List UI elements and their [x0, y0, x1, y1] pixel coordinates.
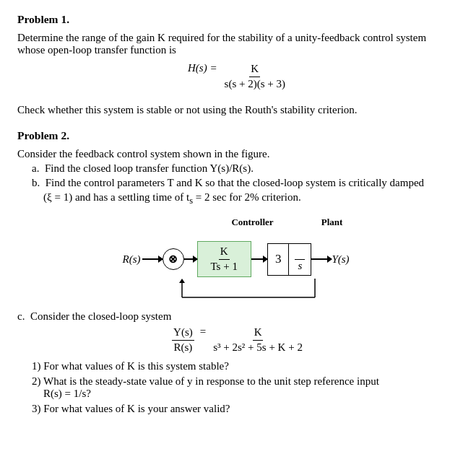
problem1-line2: whose open-loop transfer function is [17, 44, 459, 56]
problem2-partb: b. Find the control parameters T and K s… [32, 177, 459, 189]
question2-rs: R(s) = 1/s? [43, 388, 459, 400]
problem2-title: Problem 2. [17, 129, 459, 142]
partc-intro: Consider the closed-loop system [30, 310, 171, 322]
hs-denominator: s(s + 2)(s + 3) [223, 77, 287, 92]
diagram-section: Controller Plant R(s) ⊗ [17, 217, 459, 300]
ctrl-fraction: K Ts + 1 [209, 245, 239, 274]
rs-label: R(s) [123, 253, 141, 266]
problem1-formula: H(s) = K s(s + 2)(s + 3) [17, 62, 459, 91]
problem2-parta: a. Find the closed loop transfer functio… [32, 162, 459, 175]
controller-header: Controller [220, 217, 285, 228]
block-diagram: R(s) ⊗ K Ts + 1 [17, 241, 459, 300]
ctrl-numerator: K [219, 245, 230, 260]
ys-num: Y(s) [172, 326, 194, 341]
hs-numerator: K [249, 62, 260, 77]
svg-marker-3 [179, 279, 185, 283]
question2: 2) What is the steady-state value of y i… [32, 375, 459, 388]
arrow-output [311, 258, 332, 260]
partc-formula: Y(s) R(s) = K s³ + 2s² + 5s + K + 2 [17, 326, 459, 354]
sum-x-icon: ⊗ [168, 254, 178, 265]
q2-rs: R(s) = 1/s? [43, 388, 91, 399]
partc-ys: Y(s) R(s) [172, 326, 194, 354]
feedback-path [123, 277, 354, 300]
problem2-partb-eq: (ξ = 1) and has a settling time of ts = … [43, 191, 459, 206]
ys-den: R(s) [172, 341, 194, 355]
ctrl-denominator: Ts + 1 [209, 260, 239, 274]
question1: 1) For what values of K is this system s… [32, 360, 459, 372]
plant-numerator: 3 [268, 244, 290, 275]
plant-header: Plant [307, 217, 358, 228]
q2-pre: 2) What is the steady-state value of y i… [32, 375, 379, 387]
problem1-title: Problem 1. [17, 13, 459, 26]
arrow-to-plant [251, 258, 267, 260]
equals-sign: = [200, 326, 206, 354]
plant-den-bar [295, 247, 305, 260]
problem1-section: Problem 1. Determine the range of the ga… [17, 13, 459, 116]
partb-pre: Find the control parameters T and K so t… [46, 177, 424, 188]
partc-den: s³ + 2s² + 5s + K + 2 [212, 341, 304, 355]
arrow-to-sum [142, 258, 163, 260]
problem2-section: Problem 2. Consider the feedback control… [17, 129, 459, 415]
plant-den-text: s [297, 260, 304, 272]
problem2-intro: Consider the feedback control system sho… [17, 148, 459, 160]
plant-box: 3 s [267, 243, 312, 276]
problem1-line1: Determine the range of the gain K requir… [17, 32, 459, 44]
parta-text: Find the closed loop transfer function Y… [45, 162, 254, 174]
diagram-main-row: R(s) ⊗ K Ts + 1 [123, 241, 354, 277]
sum-junction: ⊗ [163, 248, 184, 270]
partc-tf: K s³ + 2s² + 5s + K + 2 [212, 326, 304, 354]
partc-num: K [253, 326, 264, 341]
hs-fraction: K s(s + 2)(s + 3) [223, 62, 287, 91]
hs-label: H(s) = [188, 62, 217, 91]
arrow-to-ctrl [184, 258, 197, 260]
ys-label: Y(s) [332, 253, 349, 266]
problem2-partc: c. Consider the closed-loop system [17, 310, 459, 323]
question3: 3) For what values of K is your answer v… [32, 403, 459, 415]
controller-box: K Ts + 1 [197, 241, 251, 277]
plant-denominator: s [289, 244, 311, 275]
problem1-check: Check whether this system is stable or n… [17, 104, 459, 116]
